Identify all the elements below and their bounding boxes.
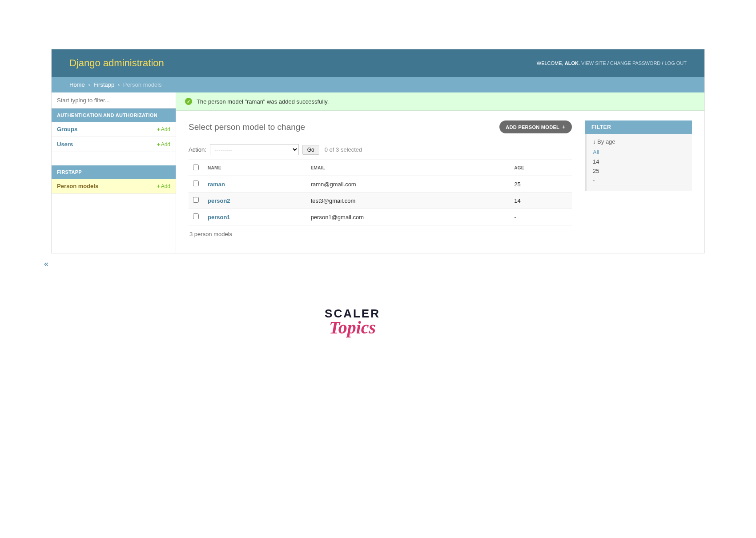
change-password-link[interactable]: CHANGE PASSWORD bbox=[610, 60, 660, 66]
row-checkbox[interactable] bbox=[193, 197, 199, 203]
sidebar-add-person-models[interactable]: +Add bbox=[157, 183, 170, 189]
column-name[interactable]: NAME bbox=[203, 160, 306, 176]
sidebar-collapse-handle[interactable]: « bbox=[44, 259, 48, 269]
breadcrumb-app[interactable]: Firstapp bbox=[93, 81, 114, 88]
view-site-link[interactable]: VIEW SITE bbox=[581, 60, 606, 66]
row-age: 14 bbox=[510, 193, 572, 209]
filter-header: FILTER bbox=[585, 120, 692, 134]
filter-option-14[interactable]: 14 bbox=[593, 158, 599, 165]
row-age: - bbox=[510, 209, 572, 225]
column-email[interactable]: EMAIL bbox=[306, 160, 510, 176]
header: Django administration WELCOME, ALOK. VIE… bbox=[52, 49, 704, 77]
site-title[interactable]: Django administration bbox=[69, 57, 164, 69]
sidebar-section-firstapp[interactable]: FIRSTAPP bbox=[52, 165, 176, 179]
sidebar: AUTHENTICATION AND AUTHORIZATION Groups … bbox=[52, 92, 176, 253]
selection-counter: 0 of 3 selected bbox=[325, 146, 362, 153]
table-row: person1 person1@gmail.com - bbox=[189, 209, 572, 225]
filter-option-dash[interactable]: - bbox=[593, 177, 595, 184]
breadcrumb: Home › Firstapp › Person models bbox=[52, 77, 704, 92]
table-row: person2 test3@gmail.com 14 bbox=[189, 193, 572, 209]
success-icon bbox=[185, 98, 192, 105]
sidebar-section-auth[interactable]: AUTHENTICATION AND AUTHORIZATION bbox=[52, 108, 176, 122]
actions-bar: Action: --------- Go 0 of 3 selected bbox=[189, 144, 572, 155]
sidebar-add-users[interactable]: +Add bbox=[157, 141, 170, 148]
row-email: person1@gmail.com bbox=[306, 209, 510, 225]
filter-option-25[interactable]: 25 bbox=[593, 168, 599, 174]
add-person-model-button[interactable]: ADD PERSON MODEL + bbox=[499, 120, 572, 133]
filter-option-all[interactable]: All bbox=[593, 149, 599, 156]
go-button[interactable]: Go bbox=[302, 145, 319, 155]
results-table: NAME EMAIL AGE raman ramn@gmail.com bbox=[189, 160, 572, 225]
row-checkbox[interactable] bbox=[193, 181, 199, 186]
paginator: 3 person models bbox=[189, 225, 572, 243]
breadcrumb-home[interactable]: Home bbox=[69, 81, 85, 88]
row-checkbox[interactable] bbox=[193, 213, 199, 219]
log-out-link[interactable]: LOG OUT bbox=[664, 60, 687, 66]
action-label: Action: bbox=[189, 146, 206, 153]
sidebar-item-users[interactable]: Users bbox=[57, 141, 73, 148]
sidebar-item-groups[interactable]: Groups bbox=[57, 126, 77, 132]
row-email: ramn@gmail.com bbox=[306, 176, 510, 193]
row-email: test3@gmail.com bbox=[306, 193, 510, 209]
table-row: raman ramn@gmail.com 25 bbox=[189, 176, 572, 193]
plus-icon: + bbox=[562, 124, 566, 130]
row-name-link[interactable]: person2 bbox=[208, 197, 230, 204]
action-select[interactable]: --------- bbox=[210, 144, 299, 155]
select-all-checkbox[interactable] bbox=[193, 165, 199, 170]
page-title: Select person model to change bbox=[189, 122, 305, 132]
sidebar-filter-input[interactable] bbox=[52, 92, 176, 108]
row-age: 25 bbox=[510, 176, 572, 193]
row-name-link[interactable]: raman bbox=[208, 181, 225, 188]
username: ALOK bbox=[565, 60, 579, 66]
content: The person model "raman" was added succe… bbox=[176, 92, 704, 253]
scaler-logo: SCALER Topics bbox=[0, 307, 705, 338]
filter-by-age-title: ↓ By age bbox=[590, 138, 688, 145]
sidebar-add-groups[interactable]: +Add bbox=[157, 126, 170, 132]
breadcrumb-current: Person models bbox=[123, 81, 162, 88]
column-age[interactable]: AGE bbox=[510, 160, 572, 176]
row-name-link[interactable]: person1 bbox=[208, 214, 230, 221]
user-tools: WELCOME, ALOK. VIEW SITE / CHANGE PASSWO… bbox=[537, 60, 687, 66]
sidebar-item-person-models[interactable]: Person models bbox=[57, 183, 98, 189]
filter-panel: FILTER ↓ By age All 14 25 - bbox=[585, 120, 692, 243]
success-message: The person model "raman" was added succe… bbox=[176, 92, 704, 111]
